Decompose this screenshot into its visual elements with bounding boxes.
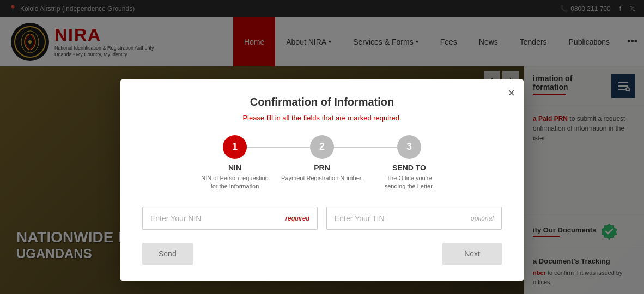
nin-field-wrapper: required (142, 207, 318, 230)
step-3-desc: The Office you'resending the Letter. (385, 174, 434, 191)
nin-input[interactable] (150, 214, 281, 223)
step-2: 2 PRN Payment Registration Number. (278, 135, 366, 182)
nin-required-label: required (285, 215, 309, 222)
step-2-label: PRN (314, 163, 330, 172)
step-1-circle: 1 (223, 135, 247, 159)
tin-optional-label: optional (471, 215, 494, 222)
send-button[interactable]: Send (142, 243, 193, 265)
modal-dialog: × Confirmation of Information Please fil… (120, 79, 524, 281)
step-2-circle: 2 (310, 135, 334, 159)
step-3: 3 SEND TO The Office you'resending the L… (366, 135, 453, 191)
modal-overlay: × Confirmation of Information Please fil… (0, 0, 644, 294)
step-1: 1 NIN NIN of Person requestingfor the in… (191, 135, 278, 191)
tin-field-wrapper: optional (326, 207, 502, 230)
form-row: required optional (142, 207, 502, 230)
modal-title: Confirmation of Information (142, 96, 502, 108)
step-3-label: SEND TO (392, 163, 426, 172)
modal-subtitle: Please fill in all the fields that are m… (142, 114, 502, 122)
modal-actions: Send Next (142, 243, 502, 265)
step-1-desc: NIN of Person requestingfor the informat… (201, 174, 269, 191)
tin-input[interactable] (335, 214, 466, 223)
step-2-desc: Payment Registration Number. (281, 174, 363, 182)
steps-indicator: 1 NIN NIN of Person requestingfor the in… (142, 135, 502, 191)
modal-close-button[interactable]: × (508, 87, 515, 99)
step-3-circle: 3 (397, 135, 421, 159)
next-button[interactable]: Next (442, 243, 502, 265)
step-1-label: NIN (228, 163, 241, 172)
